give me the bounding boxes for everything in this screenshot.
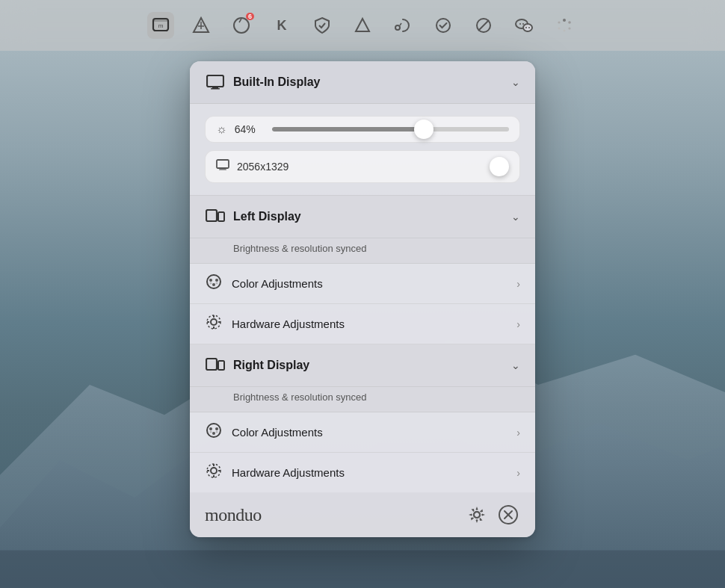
svg-rect-32 [217, 160, 229, 168]
settings-button[interactable] [465, 503, 489, 527]
svg-marker-11 [356, 19, 369, 31]
svg-point-28 [558, 21, 560, 23]
left-display-header[interactable]: Left Display ⌄ [190, 196, 535, 238]
brightness-icon: ☼ [216, 123, 227, 136]
svg-point-51 [207, 424, 220, 437]
svg-point-52 [209, 427, 212, 430]
svg-point-55 [210, 431, 212, 433]
svg-point-40 [212, 283, 215, 286]
right-display-subtitle: Brightness & resolution synced [190, 387, 535, 412]
left-display-subtitle: Brightness & resolution synced [190, 238, 535, 264]
right-hardware-adjustments-item[interactable]: Hardware Adjustments › [190, 453, 535, 492]
close-button[interactable] [496, 503, 520, 527]
right-hardware-icon [205, 462, 223, 483]
resolution-row[interactable]: 2056x1329 [205, 150, 520, 183]
menubar: m 6 K [0, 0, 725, 51]
svg-rect-36 [218, 212, 224, 221]
svg-line-13 [400, 23, 401, 25]
svg-rect-31 [211, 88, 220, 90]
spinner-icon[interactable] [551, 12, 578, 39]
right-hardware-adjustments-label: Hardware Adjustments [232, 466, 516, 479]
svg-point-41 [210, 282, 212, 285]
left-color-chevron-icon: › [516, 278, 520, 290]
svg-point-39 [215, 279, 218, 282]
right-palette-icon [205, 422, 223, 442]
svg-point-19 [519, 23, 521, 25]
svg-point-53 [215, 427, 218, 430]
svg-rect-4 [153, 19, 168, 22]
right-hardware-chevron-icon: › [516, 467, 520, 479]
badge-icon[interactable]: 6 [228, 12, 255, 39]
hardware-icon [205, 314, 223, 334]
built-in-chevron-icon: ⌄ [511, 76, 520, 88]
svg-point-14 [436, 19, 450, 32]
left-display-adjustments: Color Adjustments › Hardware Adjustments… [190, 264, 535, 344]
resolution-value: 2056x1329 [237, 161, 490, 173]
mastodon-icon[interactable]: m [147, 12, 174, 39]
brightness-slider-track[interactable] [272, 127, 509, 131]
svg-point-20 [522, 23, 524, 25]
resolution-icon [216, 159, 229, 174]
svg-point-42 [216, 282, 218, 285]
left-display-title: Left Display [233, 210, 511, 223]
svg-point-43 [211, 319, 217, 325]
delta-icon[interactable] [349, 12, 376, 39]
right-color-adjustments-item[interactable]: Color Adjustments › [190, 412, 535, 453]
svg-point-21 [525, 27, 527, 28]
brightness-value: 64% [235, 123, 262, 135]
right-display-header[interactable]: Right Display ⌄ [190, 344, 535, 387]
svg-point-27 [558, 28, 561, 30]
brightness-slider-row[interactable]: ☼ 64% [205, 116, 520, 143]
left-hardware-adjustments-label: Hardware Adjustments [232, 318, 516, 330]
built-in-display-title: Built-In Display [233, 75, 511, 89]
panel: Built-In Display ⌄ ☼ 64% [190, 61, 535, 537]
svg-point-24 [568, 21, 571, 24]
karma-icon[interactable]: K [268, 12, 295, 39]
built-in-display-header[interactable]: Built-In Display ⌄ [190, 61, 535, 104]
left-color-adjustments-item[interactable]: Color Adjustments › [190, 264, 535, 304]
left-hardware-chevron-icon: › [516, 318, 520, 330]
panel-footer: monduo [190, 492, 535, 537]
svg-point-18 [523, 24, 532, 31]
vlc-icon[interactable] [188, 12, 215, 39]
svg-point-9 [234, 18, 249, 33]
svg-point-38 [209, 279, 212, 282]
check-circle-icon[interactable] [430, 12, 457, 39]
svg-rect-2 [0, 551, 725, 588]
left-display-chevron-icon: ⌄ [511, 211, 520, 223]
svg-point-54 [212, 432, 215, 435]
swirl-icon[interactable] [389, 12, 416, 39]
shield-icon[interactable] [309, 12, 336, 39]
right-display-adjustments: Color Adjustments › Hardware Adjustments… [190, 412, 535, 492]
right-display-icon [205, 355, 226, 376]
svg-point-26 [564, 30, 566, 32]
svg-point-57 [211, 468, 217, 474]
svg-rect-34 [219, 170, 226, 170]
controls-area: ☼ 64% 2056x1329 [190, 104, 535, 196]
no-icon[interactable] [470, 12, 497, 39]
svg-rect-30 [212, 87, 218, 88]
brand-name: monduo [205, 505, 262, 525]
svg-point-22 [528, 27, 530, 28]
brightness-slider-thumb[interactable] [414, 120, 434, 139]
svg-rect-50 [218, 361, 224, 370]
left-display-icon [205, 206, 226, 227]
svg-point-25 [568, 27, 570, 29]
wechat-icon[interactable] [510, 12, 537, 39]
svg-rect-49 [206, 359, 217, 370]
svg-rect-35 [206, 210, 217, 221]
left-hardware-adjustments-item[interactable]: Hardware Adjustments › [190, 304, 535, 344]
built-in-display-icon [205, 72, 226, 93]
right-display-section: Right Display ⌄ Brightness & resolution … [190, 344, 535, 412]
svg-rect-33 [220, 168, 226, 170]
right-color-adjustments-label: Color Adjustments [232, 426, 516, 439]
svg-point-23 [563, 19, 566, 22]
right-display-title: Right Display [233, 359, 511, 372]
right-display-chevron-icon: ⌄ [511, 359, 520, 371]
svg-point-64 [474, 512, 480, 518]
left-display-section: Left Display ⌄ Brightness & resolution s… [190, 196, 535, 264]
svg-line-10 [239, 19, 241, 22]
resolution-thumb[interactable] [490, 157, 509, 176]
svg-point-56 [216, 431, 218, 433]
svg-point-12 [395, 25, 400, 30]
